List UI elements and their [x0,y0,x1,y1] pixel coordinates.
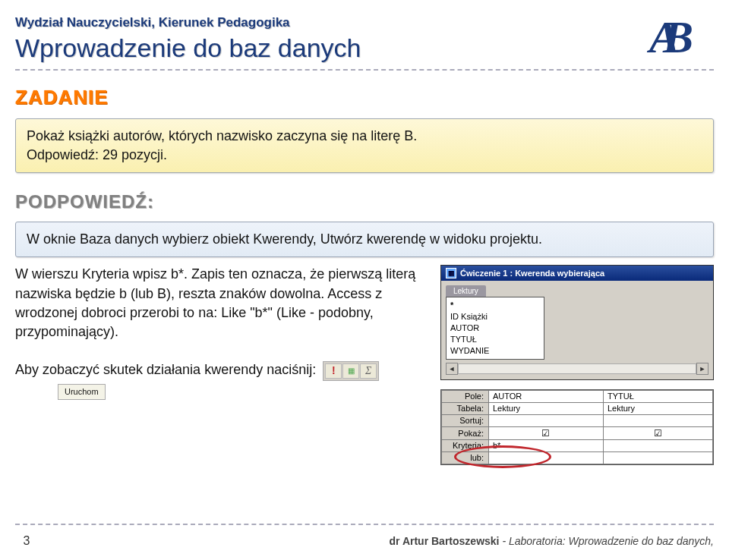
credit-rest: - Laboratoria: Wprowadzenie do baz danyc… [500,535,715,547]
run-button[interactable]: ! [325,363,342,379]
cell-kryteria-1[interactable]: b* [489,439,604,451]
divider [15,69,714,71]
access-title: Ćwiczenie 1 : Kwerenda wybierająca [460,269,604,278]
table-tab[interactable]: Lektury [446,285,486,297]
row-label-lub: lub: [442,451,489,464]
scroll-right-icon[interactable]: ► [696,363,708,375]
totals-button[interactable]: Σ [360,363,377,379]
scroll-left-icon[interactable]: ◄ [446,363,458,375]
query-grid: Pole: AUTOR TYTUŁ Tabela: Lektury Lektur… [440,389,714,465]
cell-sortuj-1[interactable] [489,414,604,426]
run-label: Uruchom [58,384,106,400]
query-icon: ▦ [446,268,456,278]
task-box: Pokaż książki autorów, których nazwisko … [15,118,714,173]
credit-author: dr Artur Bartoszewski [390,535,500,547]
section-label-zadanie: ZADANIE [15,86,714,109]
cell-pokaz-2[interactable]: ☑ [603,426,712,439]
cell-pole-1[interactable]: AUTOR [489,390,604,402]
cell-pole-2[interactable]: TYTUŁ [603,390,712,402]
page-number: 3 [15,530,38,552]
field-id[interactable]: ID Książki [450,311,540,322]
section-label-podpowiedz: PODPOWIEDŹ: [15,191,714,212]
cell-tabela-1[interactable]: Lektury [489,402,604,414]
hscroll[interactable]: ◄ ► [446,363,708,375]
hint-box: W oknie Baza danych wybierz obiekt Kwere… [15,222,714,257]
field-list[interactable]: * ID Książki AUTOR TYTUŁ WYDANIE [446,297,544,359]
cell-lub-2[interactable] [603,451,712,464]
footer: 3 dr Artur Bartoszewski - Laboratoria: W… [0,518,729,560]
cell-tabela-2[interactable]: Lektury [603,402,712,414]
task-line2: Odpowiedź: 29 pozycji. [27,146,702,165]
scroll-track[interactable] [458,363,696,374]
hint-text: W oknie Baza danych wybierz obiekt Kwere… [27,231,542,247]
field-autor[interactable]: AUTOR [450,322,540,334]
cell-kryteria-2[interactable] [603,439,712,451]
header-title: Wprowadzenie do baz danych [15,33,714,63]
field-star[interactable]: * [450,300,540,311]
cell-lub-1[interactable] [489,451,604,464]
footer-divider [15,524,714,525]
header-subtitle: Wydział Nauczycielski, Kierunek Pedagogi… [15,15,714,30]
datasheet-button[interactable]: ▦ [342,363,359,379]
field-wydanie[interactable]: WYDANIE [450,345,540,357]
cell-pokaz-1[interactable]: ☑ [489,426,604,439]
cell-sortuj-2[interactable] [603,414,712,426]
task-line1: Pokaż książki autorów, których nazwisko … [27,127,702,146]
toolbar: ! ▦ Σ [323,361,379,381]
row-label-kryteria: Kryteria: [442,439,489,451]
row-label-sortuj: Sortuj: [442,414,489,426]
logo: AB [649,11,710,64]
row-label-pokaz: Pokaż: [442,426,489,439]
paragraph-2: Aby zobaczyć skutek działania kwerendy n… [15,362,316,377]
access-window: ▦ Ćwiczenie 1 : Kwerenda wybierająca Lek… [440,265,714,379]
access-titlebar: ▦ Ćwiczenie 1 : Kwerenda wybierająca [441,266,713,281]
row-label-tabela: Tabela: [442,402,489,414]
row-label-pole: Pole: [442,390,489,402]
paragraph-1: W wierszu Kryteria wpisz b*. Zapis ten o… [15,265,427,341]
footer-credit: dr Artur Bartoszewski - Laboratoria: Wpr… [390,535,714,547]
field-tytul[interactable]: TYTUŁ [450,334,540,345]
